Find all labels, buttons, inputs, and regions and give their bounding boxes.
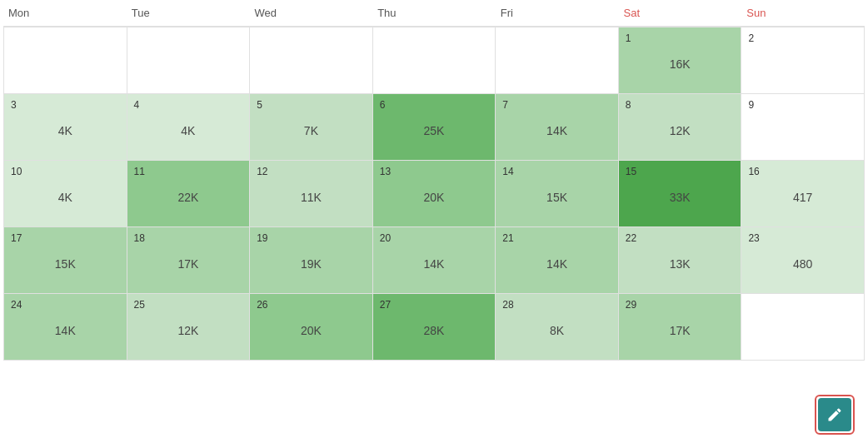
cell-date: 23 — [748, 232, 857, 244]
cell-value: 14K — [380, 247, 489, 281]
cell-date: 24 — [11, 299, 120, 311]
cell-value: 33K — [626, 181, 735, 214]
cell-value: 25K — [380, 114, 489, 147]
cell-date: 27 — [380, 299, 489, 311]
calendar-cell: 2620K — [250, 294, 373, 361]
cell-value: 8K — [502, 314, 611, 347]
cell-value: 4K — [134, 114, 243, 147]
cell-date: 13 — [380, 166, 489, 177]
calendar-header: MonTueWedThuFriSatSun — [3, 0, 865, 27]
cell-date: 15 — [626, 166, 735, 177]
cell-value: 15K — [502, 181, 611, 214]
calendar-cell: 2114K — [496, 227, 619, 294]
day-header-tue: Tue — [127, 0, 250, 26]
cell-date: 21 — [502, 232, 611, 244]
edit-icon — [826, 406, 843, 423]
calendar-cell: 34K — [4, 94, 127, 161]
calendar-cell: 625K — [373, 94, 496, 161]
cell-date: 22 — [626, 232, 735, 244]
cell-date: 19 — [257, 232, 366, 244]
calendar-cell — [250, 27, 373, 94]
cell-date: 7 — [502, 99, 611, 111]
cell-value: 7K — [257, 114, 366, 147]
cell-value: 12K — [626, 114, 735, 147]
cell-date: 10 — [11, 166, 120, 177]
cell-value: 417 — [748, 181, 857, 214]
calendar-cell — [373, 27, 496, 94]
cell-value: 16K — [626, 47, 735, 81]
calendar-cell — [4, 27, 127, 94]
cell-value: 4K — [11, 181, 120, 214]
day-header-fri: Fri — [496, 0, 619, 26]
calendar-cell: 1415K — [496, 161, 619, 227]
cell-date: 26 — [257, 299, 366, 311]
cell-value: 4K — [11, 114, 120, 147]
calendar-cell: 104K — [4, 161, 127, 227]
day-header-thu: Thu — [372, 0, 496, 26]
edit-button-wrapper — [815, 395, 855, 435]
cell-date: 14 — [502, 166, 611, 177]
cell-date: 11 — [134, 166, 243, 177]
cell-date: 8 — [626, 99, 735, 111]
calendar-cell: 116K — [619, 27, 742, 94]
edit-button[interactable] — [818, 398, 851, 431]
cell-date: 29 — [626, 299, 735, 311]
cell-value: 14K — [502, 247, 611, 281]
calendar-cell — [496, 27, 619, 94]
cell-date: 1 — [626, 32, 735, 44]
day-header-sat: Sat — [619, 0, 742, 26]
cell-date: 28 — [502, 299, 611, 311]
cell-value: 28K — [380, 314, 489, 347]
calendar-cell: 23480 — [741, 227, 865, 294]
cell-value: 22K — [134, 181, 243, 214]
cell-value: 20K — [380, 181, 489, 214]
cell-value: 19K — [257, 247, 366, 281]
calendar-cell: 2414K — [4, 294, 127, 361]
cell-date: 16 — [748, 166, 857, 177]
cell-value: 12K — [134, 314, 243, 347]
cell-value: 15K — [11, 247, 120, 281]
cell-date: 18 — [134, 232, 243, 244]
calendar-container: MonTueWedThuFriSatSun 116K234K44K57K625K… — [0, 0, 868, 448]
calendar-cell: 2014K — [373, 227, 496, 294]
calendar-cell: 1817K — [127, 227, 251, 294]
cell-value: 17K — [134, 247, 243, 281]
cell-value: 14K — [502, 114, 611, 147]
cell-value: 17K — [626, 314, 735, 347]
calendar-cell: 812K — [619, 94, 742, 161]
cell-date: 17 — [11, 232, 120, 244]
calendar-cell: 44K — [127, 94, 251, 161]
cell-value: 11K — [257, 181, 366, 214]
calendar-cell: 1533K — [619, 161, 742, 227]
calendar-cell: 2728K — [373, 294, 496, 361]
calendar-cell: 1211K — [250, 161, 373, 227]
edit-button-border — [815, 395, 855, 435]
cell-value: 13K — [626, 247, 735, 281]
cell-date: 5 — [257, 99, 366, 111]
calendar-cell: 2213K — [619, 227, 742, 294]
cell-date: 3 — [11, 99, 120, 111]
calendar-cell: 714K — [496, 94, 619, 161]
calendar-cell: 2 — [741, 27, 865, 94]
calendar-cell: 1715K — [4, 227, 127, 294]
day-header-sun: Sun — [741, 0, 865, 26]
cell-date: 9 — [748, 99, 857, 111]
calendar-cell: 1320K — [373, 161, 496, 227]
cell-value: 20K — [257, 314, 366, 347]
day-header-wed: Wed — [249, 0, 372, 26]
cell-date: 6 — [380, 99, 489, 111]
cell-date: 12 — [257, 166, 366, 177]
calendar-cell: 288K — [496, 294, 619, 361]
cell-date: 20 — [380, 232, 489, 244]
cell-value: 14K — [11, 314, 120, 347]
calendar-grid: 116K234K44K57K625K714K812K9104K1122K1211… — [3, 27, 865, 361]
day-header-mon: Mon — [3, 0, 127, 26]
calendar-cell: 57K — [250, 94, 373, 161]
calendar-cell: 16417 — [741, 161, 865, 227]
calendar-cell — [741, 294, 865, 361]
cell-date: 25 — [134, 299, 243, 311]
cell-date: 4 — [134, 99, 243, 111]
calendar-cell: 1122K — [127, 161, 251, 227]
calendar-cell: 1919K — [250, 227, 373, 294]
calendar-cell: 2512K — [127, 294, 251, 361]
